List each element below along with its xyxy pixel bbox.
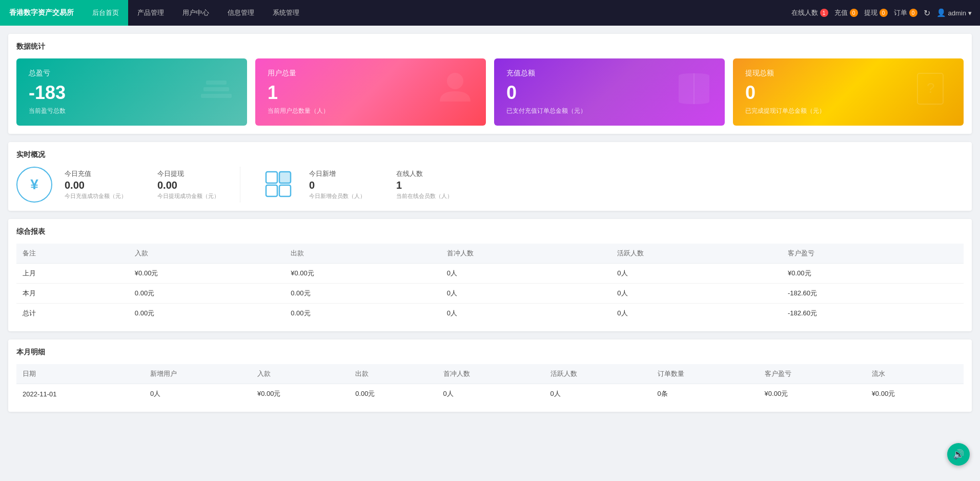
svg-rect-10 xyxy=(279,185,291,196)
monthly-section: 本月明细 日期 新增用户 入款 出款 首冲人数 活跃人数 订单数量 客户盈亏 流… xyxy=(8,339,972,412)
stat-cards-grid: 总盈亏 -183 当前盈亏总数 用户总量 1 当前用户总数量（人） xyxy=(16,58,964,126)
admin-menu[interactable]: 👤 admin ▾ xyxy=(936,8,972,17)
page-content: 数据统计 总盈亏 -183 当前盈亏总数 用户总量 1 当前用 xyxy=(0,26,980,428)
realtime-title: 实时概况 xyxy=(16,150,964,159)
nav-item-info[interactable]: 信息管理 xyxy=(218,0,263,26)
table-row: 2022-11-010人¥0.00元0.00元0人0人0条¥0.00元¥0.00… xyxy=(16,384,964,404)
recharge-badge: 0 xyxy=(850,9,858,17)
stat-card-withdraw: 提现总额 0 已完成提现订单总金额（元） ? xyxy=(733,58,964,126)
realtime-divider xyxy=(240,167,240,203)
monthly-table-header: 日期 新增用户 入款 出款 首冲人数 活跃人数 订单数量 客户盈亏 流水 xyxy=(16,364,964,384)
order-badge: 0 xyxy=(909,9,917,17)
table-row: 总计0.00元0.00元0人0人-182.60元 xyxy=(16,304,964,324)
stat-card-profit: 总盈亏 -183 当前盈亏总数 xyxy=(16,58,247,126)
col-deposit: 入款 xyxy=(129,244,284,264)
book-icon xyxy=(673,71,714,114)
table-row: 本月0.00元0.00元0人0人-182.60元 xyxy=(16,284,964,304)
navbar-right: 在线人数 1 充值 0 提现 0 订单 0 ↻ 👤 admin ▾ xyxy=(791,8,980,18)
realtime-section: 实时概况 ¥ 今日充值 0.00 今日充值成功金额（元） 今日提现 0.00 今… xyxy=(8,142,972,211)
svg-rect-8 xyxy=(266,185,277,196)
report-section: 综合报表 备注 入款 出款 首冲人数 活跃人数 客户盈亏 上月¥0.00元¥0.… xyxy=(8,219,972,331)
col-new-users: 新增用户 xyxy=(144,364,251,384)
col-m-flow: 流水 xyxy=(866,364,964,384)
brand-text: 香港数字资产交易所 xyxy=(9,8,74,17)
brand-logo: 香港数字资产交易所 xyxy=(0,0,83,26)
online-users-btn[interactable]: 在线人数 1 xyxy=(791,8,828,17)
col-m-profit: 客户盈亏 xyxy=(759,364,866,384)
monthly-table: 日期 新增用户 入款 出款 首冲人数 活跃人数 订单数量 客户盈亏 流水 202… xyxy=(16,364,964,404)
col-m-withdraw: 出款 xyxy=(349,364,437,384)
report-table: 备注 入款 出款 首冲人数 活跃人数 客户盈亏 上月¥0.00元¥0.00元0人… xyxy=(16,244,964,323)
report-title: 综合报表 xyxy=(16,227,964,236)
report-table-header: 备注 入款 出款 首冲人数 活跃人数 客户盈亏 xyxy=(16,244,964,264)
stats-section: 数据统计 总盈亏 -183 当前盈亏总数 用户总量 1 当前用 xyxy=(8,34,972,134)
realtime-grid: ¥ 今日充值 0.00 今日充值成功金额（元） 今日提现 0.00 今日提现成功… xyxy=(16,167,964,203)
svg-point-3 xyxy=(447,73,463,89)
order-btn[interactable]: 订单 0 xyxy=(894,8,917,17)
user-icon xyxy=(435,68,476,116)
svg-rect-9 xyxy=(279,172,291,183)
today-withdraw-stat: 今日提现 0.00 今日提现成功金额（元） xyxy=(157,169,219,200)
svg-rect-1 xyxy=(203,87,229,91)
refresh-button[interactable]: ↻ xyxy=(924,8,930,18)
col-m-first-recharge: 首冲人数 xyxy=(437,364,544,384)
online-badge: 1 xyxy=(820,9,828,17)
svg-rect-7 xyxy=(266,172,277,183)
nav-item-products[interactable]: 产品管理 xyxy=(128,0,173,26)
stats-title: 数据统计 xyxy=(16,42,964,51)
svg-text:?: ? xyxy=(927,80,935,96)
realtime-right-stats: 今日新增 0 今日新增会员数（人） 在线人数 1 当前在线会员数（人） xyxy=(309,169,453,200)
yen-icon: ¥ xyxy=(16,167,52,203)
col-note: 备注 xyxy=(16,244,129,264)
col-date: 日期 xyxy=(16,364,144,384)
today-new-users-stat: 今日新增 0 今日新增会员数（人） xyxy=(309,169,365,200)
layers-icon xyxy=(196,71,237,114)
nav-item-dashboard[interactable]: 后台首页 xyxy=(83,0,128,26)
col-active: 活跃人数 xyxy=(611,244,782,264)
col-m-deposit: 入款 xyxy=(251,364,349,384)
admin-label: admin xyxy=(948,9,966,17)
question-icon: ? xyxy=(912,68,953,116)
monthly-title: 本月明细 xyxy=(16,348,964,357)
nav-item-users[interactable]: 用户中心 xyxy=(173,0,218,26)
table-row: 上月¥0.00元¥0.00元0人0人¥0.00元 xyxy=(16,264,964,284)
withdraw-btn[interactable]: 提现 0 xyxy=(864,8,888,17)
realtime-left-stats: 今日充值 0.00 今日充值成功金额（元） 今日提现 0.00 今日提现成功金额… xyxy=(65,169,219,200)
recharge-btn[interactable]: 充值 0 xyxy=(834,8,858,17)
col-profit: 客户盈亏 xyxy=(782,244,964,264)
navbar: 香港数字资产交易所 后台首页 产品管理 用户中心 信息管理 系统管理 在线人数 … xyxy=(0,0,980,26)
col-m-orders: 订单数量 xyxy=(651,364,759,384)
svg-rect-2 xyxy=(206,81,227,85)
col-first-recharge: 首冲人数 xyxy=(441,244,611,264)
nav-item-system[interactable]: 系统管理 xyxy=(263,0,309,26)
col-m-active: 活跃人数 xyxy=(544,364,651,384)
online-count-stat: 在线人数 1 当前在线会员数（人） xyxy=(396,169,453,200)
svg-rect-0 xyxy=(201,94,232,98)
grid-icon xyxy=(261,167,297,203)
stat-card-recharge: 充值总额 0 已支付充值订单总金额（元） xyxy=(494,58,725,126)
withdraw-badge: 0 xyxy=(880,9,888,17)
col-withdraw: 出款 xyxy=(284,244,440,264)
today-recharge-stat: 今日充值 0.00 今日充值成功金额（元） xyxy=(65,169,127,200)
stat-card-users: 用户总量 1 当前用户总数量（人） xyxy=(255,58,486,126)
nav-menu: 后台首页 产品管理 用户中心 信息管理 系统管理 xyxy=(83,0,309,26)
chevron-down-icon: ▾ xyxy=(968,9,972,17)
